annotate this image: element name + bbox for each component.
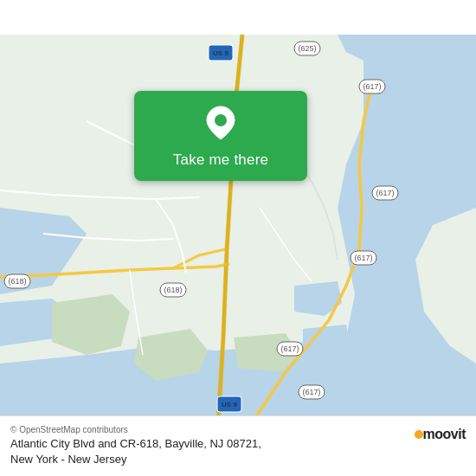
svg-point-23 — [215, 114, 227, 126]
svg-text:(625): (625) — [298, 44, 316, 53]
moovit-brand-text: moovit — [423, 427, 466, 442]
svg-text:(618): (618) — [164, 286, 182, 294]
svg-text:(617): (617) — [363, 82, 381, 91]
take-me-there-label: Take me there — [173, 151, 268, 169]
map-container: US 9 US 9 US 9 (625) (617) (617) (617) (… — [0, 0, 476, 476]
address-text: Atlantic City Blvd and CR-618, Bayville,… — [10, 436, 406, 467]
svg-text:(617): (617) — [376, 189, 394, 197]
moovit-logo: moovit — [415, 427, 466, 442]
svg-text:(617): (617) — [302, 388, 320, 396]
svg-text:(617): (617) — [280, 344, 299, 353]
svg-text:US 9: US 9 — [213, 49, 228, 57]
bottom-bar: © OpenStreetMap contributors Atlantic Ci… — [0, 415, 476, 476]
moovit-dot — [415, 430, 423, 439]
svg-text:(617): (617) — [354, 254, 372, 262]
take-me-there-button[interactable]: Take me there — [134, 91, 307, 181]
bottom-bar-info: © OpenStreetMap contributors Atlantic Ci… — [10, 425, 406, 467]
map-attribution: © OpenStreetMap contributors — [10, 425, 406, 434]
svg-text:(618): (618) — [8, 277, 26, 286]
location-pin-icon — [205, 105, 236, 145]
svg-text:US 9: US 9 — [222, 401, 237, 408]
